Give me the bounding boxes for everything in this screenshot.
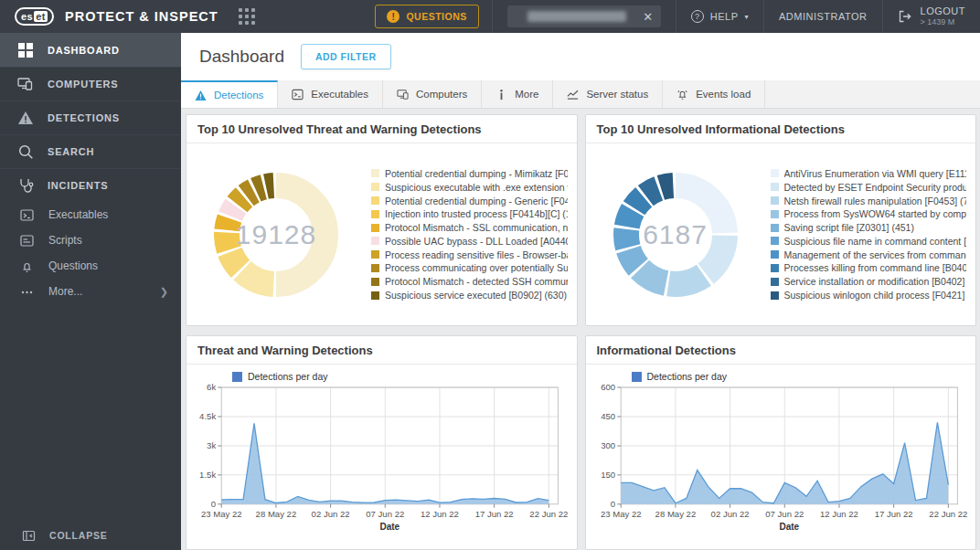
informational-area-chart[interactable]: 015030045060023 May 2228 May 2202 Jun 22… — [590, 383, 969, 534]
legend-label: Potential credential dumping - Generic [… — [385, 196, 568, 206]
sidebar-item-incidents[interactable]: INCIDENTS — [0, 168, 181, 202]
legend-label: Process reading sensitive files - Browse… — [385, 249, 568, 260]
svg-text:07 Jun 22: 07 Jun 22 — [366, 509, 404, 519]
sidebar-item-dashboard[interactable]: DASHBOARD — [0, 33, 181, 67]
panel-top10-informational: Top 10 Unresolved Informational Detectio… — [585, 114, 977, 326]
svg-text:17 Jun 22: 17 Jun 22 — [874, 509, 912, 519]
scripts-icon — [20, 234, 34, 248]
legend-swatch — [371, 291, 379, 300]
threat-donut-legend: Potential credential dumping - Mimikatz … — [371, 167, 568, 302]
add-filter-button[interactable]: ADD FILTER — [301, 44, 391, 69]
sidebar-item-more[interactable]: More... ❯ — [0, 279, 181, 304]
sidebar-item-scripts[interactable]: Scripts — [0, 227, 181, 253]
panel-title: Informational Detections — [586, 336, 976, 365]
logout-button[interactable]: LOGOUT > 1439 M — [882, 0, 980, 33]
panel-threat-area-chart: Threat and Warning Detections Detections… — [186, 335, 578, 550]
app-window: es et PROTECT & INSPECT ! QUESTIONS ✕ ? … — [0, 0, 980, 550]
tab-events-load[interactable]: Events load — [663, 80, 765, 108]
top-bar: es et PROTECT & INSPECT ! QUESTIONS ✕ ? … — [0, 0, 980, 33]
help-menu[interactable]: ? HELP ▾ — [676, 0, 763, 33]
legend-swatch — [371, 196, 379, 205]
svg-text:1.5k: 1.5k — [199, 470, 216, 480]
legend-item: Management of the services from command … — [771, 248, 967, 261]
legend-item: AntiVirus Enumeration via WMI query [E11… — [771, 167, 967, 181]
threat-area-chart[interactable]: 01.5k3k4.5k6k23 May 2228 May 2202 Jun 22… — [190, 383, 570, 534]
chevron-down-icon: ▾ — [744, 13, 749, 21]
legend-swatch — [771, 264, 779, 272]
app-grid-icon[interactable] — [239, 8, 255, 25]
legend-label: Management of the services from command … — [784, 249, 967, 260]
legend-swatch — [371, 224, 379, 232]
stethoscope-icon — [17, 177, 34, 194]
legend-label: Processes killing from command line [B04… — [784, 262, 967, 273]
legend-swatch — [771, 196, 779, 205]
legend-item: Suspicious service executed [B0902] (630… — [371, 289, 568, 302]
redacted-search-text — [527, 11, 626, 22]
topbar-right: ! QUESTIONS ✕ ? HELP ▾ ADMINISTRATOR — [375, 0, 980, 33]
legend-swatch — [371, 169, 379, 177]
tab-computers[interactable]: Computers — [383, 80, 482, 108]
page-header: Dashboard ADD FILTER — [181, 33, 980, 80]
panel-title: Threat and Warning Detections — [186, 336, 577, 365]
legend-swatch — [771, 183, 779, 191]
svg-text:12 Jun 22: 12 Jun 22 — [421, 509, 459, 519]
legend-item: Potential credential dumping - Mimikatz … — [371, 167, 568, 181]
svg-text:22 Jun 22: 22 Jun 22 — [529, 509, 568, 519]
legend-label: AntiVirus Enumeration via WMI query [E11… — [784, 168, 967, 179]
legend-label: Process from SysWOW64 started by comprom… — [784, 208, 967, 219]
informational-donut-chart[interactable]: 6187 — [599, 158, 752, 312]
alert-icon: ! — [387, 10, 399, 23]
svg-text:0: 0 — [211, 499, 216, 509]
brand-title: PROTECT & INSPECT — [65, 9, 218, 24]
tab-more[interactable]: More — [482, 80, 553, 108]
svg-text:28 May 22: 28 May 22 — [256, 509, 297, 519]
warning-triangle-icon — [195, 90, 207, 101]
svg-text:4.5k: 4.5k — [199, 411, 216, 421]
page-title: Dashboard — [199, 47, 284, 67]
tab-executables[interactable]: Executables — [278, 80, 383, 108]
legend-item: Suspicious file name in command content … — [771, 235, 967, 249]
main-area: Dashboard ADD FILTER Detections Executab… — [181, 33, 980, 550]
legend-label: Suspicious winlogon child process [F0421… — [784, 290, 967, 301]
legend-label: Suspicious file name in command content … — [784, 236, 967, 247]
legend-item: Suspicious executable with .exe extensio… — [371, 180, 568, 194]
tab-server-status[interactable]: Server status — [553, 80, 663, 108]
legend-label: Injection into trusted process [F0414b][… — [385, 208, 568, 219]
svg-text:Date: Date — [779, 522, 799, 532]
sidebar-item-search[interactable]: SEARCH — [0, 134, 181, 168]
dashboard-tabbar: Detections Executables Computers More Se… — [181, 80, 980, 109]
threat-donut-chart[interactable]: 19128 — [199, 158, 353, 312]
svg-text:6k: 6k — [207, 383, 216, 392]
legend-swatch — [371, 250, 379, 259]
legend-label: Suspicious service executed [B0902] (630… — [385, 290, 567, 301]
legend-label: Netsh firewall rules manipulation [F0453… — [784, 196, 967, 206]
legend-swatch — [771, 237, 779, 245]
terminal-icon — [292, 89, 304, 100]
legend-item: Potential credential dumping - Generic [… — [371, 194, 568, 207]
svg-text:02 Jun 22: 02 Jun 22 — [312, 509, 350, 519]
close-icon[interactable]: ✕ — [643, 11, 653, 23]
donut-total: 6187 — [599, 158, 752, 312]
questions-button[interactable]: ! QUESTIONS — [375, 5, 478, 28]
logout-icon — [898, 9, 912, 24]
sidebar-item-executables[interactable]: Executables — [0, 202, 181, 227]
legend-label: Possible UAC bypass - DLL Loaded [A0440]… — [385, 236, 568, 247]
svg-text:300: 300 — [601, 440, 615, 450]
svg-text:23 May 22: 23 May 22 — [600, 509, 641, 519]
dashboard-icon — [17, 42, 34, 58]
legend-swatch — [371, 264, 379, 272]
legend-item: Saving script file [Z0301] (451) — [771, 221, 967, 235]
legend-label: Protocol Mismatch - detected SSH communi… — [385, 276, 568, 287]
tab-detections[interactable]: Detections — [181, 80, 278, 108]
administrator-menu[interactable]: ADMINISTRATOR — [763, 0, 882, 33]
sidebar-item-detections[interactable]: DETECTIONS — [0, 100, 181, 134]
sidebar-item-computers[interactable]: COMPUTERS — [0, 67, 181, 100]
svg-text:450: 450 — [601, 411, 615, 421]
computers-icon — [397, 89, 409, 100]
terminal-icon — [20, 208, 34, 222]
sidebar-item-questions[interactable]: Questions — [0, 253, 181, 279]
search-input[interactable]: ✕ — [507, 5, 661, 27]
collapse-button[interactable]: COLLAPSE — [0, 521, 181, 550]
legend-item: Process from SysWOW64 started by comprom… — [771, 207, 967, 221]
legend-swatch — [771, 291, 779, 300]
